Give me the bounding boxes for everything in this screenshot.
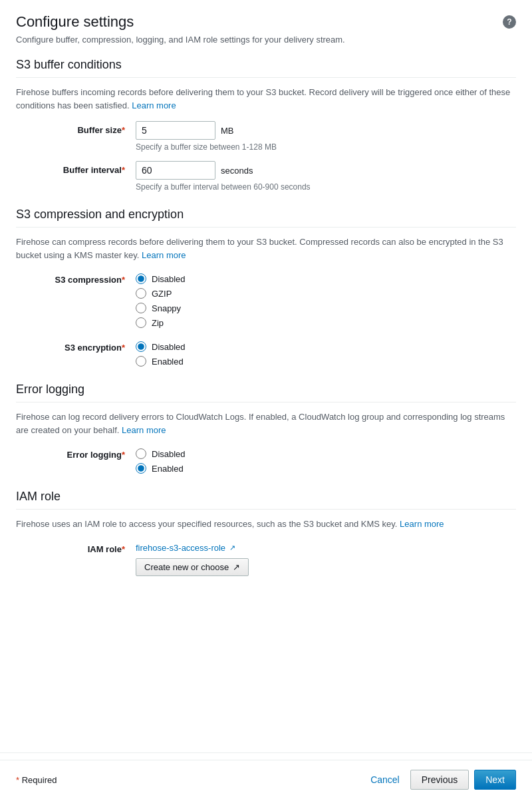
help-icon[interactable]: ?: [503, 15, 516, 29]
iam-role-controls: firehose-s3-access-role ↗ Create new or …: [136, 540, 249, 576]
create-new-or-choose-button[interactable]: Create new or choose ↗: [136, 558, 249, 576]
create-button-external-icon: ↗: [233, 562, 240, 572]
iam-role-description: Firehose uses an IAM role to access your…: [16, 518, 516, 531]
buffer-interval-input[interactable]: [136, 161, 215, 180]
compression-disabled-radio[interactable]: [136, 273, 146, 284]
error-logging-row: Error logging* Disabled Enabled: [16, 446, 516, 474]
footer-actions: Cancel Previous Next: [365, 770, 516, 790]
footer-required: * Required: [16, 775, 57, 785]
encryption-enabled-option[interactable]: Enabled: [136, 356, 186, 367]
compression-gzip-label: GZIP: [152, 289, 172, 299]
page-title: Configure settings: [16, 13, 134, 31]
s3-compression-radio-group: Disabled GZIP Snappy Zip: [136, 271, 186, 328]
buffer-size-unit: MB: [221, 126, 234, 136]
s3-compression-description: Firehose can compress records before del…: [16, 236, 516, 261]
main-content: Configure settings ? Configure buffer, c…: [0, 0, 532, 746]
s3-compression-section: S3 compression and encryption Firehose c…: [16, 208, 516, 367]
iam-role-value: firehose-s3-access-role ↗: [136, 540, 235, 553]
error-logging-disabled-label: Disabled: [152, 449, 186, 459]
encryption-enabled-radio[interactable]: [136, 356, 146, 367]
encryption-enabled-label: Enabled: [152, 357, 184, 367]
error-logging-enabled-radio[interactable]: [136, 463, 146, 474]
s3-buffer-title: S3 buffer conditions: [16, 58, 516, 78]
compression-snappy-radio[interactable]: [136, 303, 146, 313]
s3-encryption-label: S3 encryption*: [16, 339, 136, 353]
error-logging-enabled-label: Enabled: [152, 464, 184, 474]
buffer-interval-control: seconds Specify a buffer interval betwee…: [136, 161, 311, 192]
footer-divider: [0, 752, 532, 753]
error-logging-label: Error logging*: [16, 446, 136, 460]
s3-compression-learn-more[interactable]: Learn more: [142, 250, 186, 260]
footer: * Required Cancel Previous Next: [0, 760, 532, 799]
page-container: Configure settings ? Configure buffer, c…: [0, 0, 532, 799]
s3-buffer-description: Firehose buffers incoming records before…: [16, 86, 516, 112]
external-link-icon: ↗: [229, 544, 235, 552]
header-row: Configure settings ?: [16, 13, 516, 31]
compression-snappy-option[interactable]: Snappy: [136, 303, 186, 313]
encryption-disabled-label: Disabled: [152, 342, 186, 352]
error-logging-learn-more[interactable]: Learn more: [122, 425, 166, 435]
buffer-interval-row: Buffer interval* seconds Specify a buffe…: [16, 161, 516, 192]
error-logging-radio-group: Disabled Enabled: [136, 446, 186, 474]
error-logging-section: Error logging Firehose can log record de…: [16, 383, 516, 474]
error-logging-title: Error logging: [16, 383, 516, 402]
compression-zip-option[interactable]: Zip: [136, 317, 186, 328]
compression-snappy-label: Snappy: [152, 303, 181, 313]
iam-role-row: IAM role* firehose-s3-access-role ↗ Crea…: [16, 540, 516, 576]
compression-zip-radio[interactable]: [136, 317, 146, 328]
s3-compression-title: S3 compression and encryption: [16, 208, 516, 228]
s3-encryption-radio-group: Disabled Enabled: [136, 339, 186, 367]
buffer-size-control: MB Specify a buffer size between 1-128 M…: [136, 121, 277, 152]
previous-button[interactable]: Previous: [410, 770, 469, 790]
buffer-interval-hint: Specify a buffer interval between 60-900…: [136, 182, 311, 192]
buffer-interval-label: Buffer interval*: [16, 161, 136, 175]
buffer-interval-unit: seconds: [221, 166, 253, 176]
iam-role-link[interactable]: firehose-s3-access-role: [136, 543, 225, 553]
cancel-button[interactable]: Cancel: [365, 772, 405, 788]
compression-gzip-radio[interactable]: [136, 288, 146, 299]
compression-gzip-option[interactable]: GZIP: [136, 288, 186, 299]
encryption-disabled-radio[interactable]: [136, 341, 146, 352]
iam-role-title: IAM role: [16, 490, 516, 510]
iam-role-learn-more[interactable]: Learn more: [400, 519, 444, 529]
compression-disabled-label: Disabled: [152, 274, 186, 284]
s3-compression-label: S3 compression*: [16, 271, 136, 285]
error-logging-enabled-option[interactable]: Enabled: [136, 463, 186, 474]
next-button[interactable]: Next: [474, 770, 516, 790]
error-logging-description: Firehose can log record delivery errors …: [16, 410, 516, 436]
compression-zip-label: Zip: [152, 318, 164, 328]
error-logging-disabled-option[interactable]: Disabled: [136, 448, 186, 459]
encryption-disabled-option[interactable]: Disabled: [136, 341, 186, 352]
page-subtitle: Configure buffer, compression, logging, …: [16, 35, 516, 45]
s3-encryption-row: S3 encryption* Disabled Enabled: [16, 339, 516, 367]
error-logging-disabled-radio[interactable]: [136, 448, 146, 459]
create-button-label: Create new or choose: [144, 562, 229, 572]
buffer-size-row: Buffer size* MB Specify a buffer size be…: [16, 121, 516, 152]
s3-compression-row: S3 compression* Disabled GZIP Snappy: [16, 271, 516, 328]
buffer-size-input[interactable]: [136, 121, 215, 140]
iam-role-label: IAM role*: [16, 540, 136, 554]
s3-buffer-section: S3 buffer conditions Firehose buffers in…: [16, 58, 516, 192]
iam-role-section: IAM role Firehose uses an IAM role to ac…: [16, 490, 516, 576]
buffer-size-label: Buffer size*: [16, 121, 136, 135]
buffer-size-hint: Specify a buffer size between 1-128 MB: [136, 142, 277, 152]
s3-buffer-learn-more[interactable]: Learn more: [132, 100, 176, 110]
compression-disabled-option[interactable]: Disabled: [136, 273, 186, 284]
